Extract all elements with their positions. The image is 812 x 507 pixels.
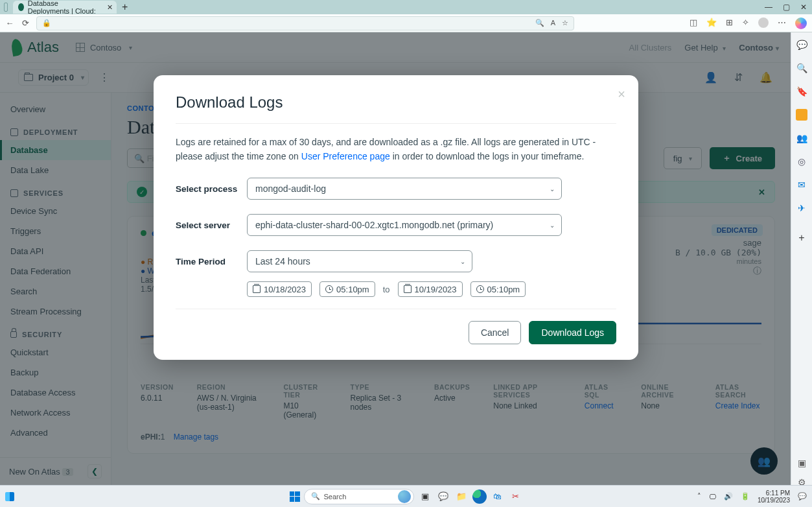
taskbar-widgets-icon[interactable] [5,492,14,501]
download-logs-button[interactable]: Download Logs [529,321,616,344]
select-period[interactable]: Last 24 hours ⌄ [247,250,472,272]
clock-icon [476,285,484,293]
modal-description: Logs are retained for a max of 30 days, … [176,136,616,163]
chevron-down-icon: ⌄ [460,258,465,265]
select-server[interactable]: ephi-data-cluster-shard-00-02.xgtc1.mong… [247,214,562,236]
browser-toolbar: ← ⟳ 🔒 🔍 A ☆ ◫ ⭐ ⊞ ✧ ⋯ [0,14,812,32]
snip-icon[interactable]: ✂ [509,489,523,504]
label-period: Time Period [176,257,247,266]
edge-shopping-icon[interactable]: 🔖 [796,86,807,97]
edge-search-icon[interactable]: 🔍 [796,62,807,74]
address-bar[interactable]: 🔒 🔍 A ☆ [36,16,574,30]
select-period-value: Last 24 hours [255,256,310,266]
task-view-icon[interactable]: ▣ [418,489,432,504]
tray-battery-icon[interactable]: 🔋 [741,492,750,501]
site-lock-icon: 🔒 [42,19,51,27]
profile-avatar-icon[interactable] [758,18,769,28]
window-minimize-icon[interactable]: — [765,3,772,12]
cancel-button[interactable]: Cancel [469,321,522,344]
reader-icon[interactable]: A [551,19,555,27]
chevron-down-icon: ⌄ [550,222,555,229]
more-icon[interactable]: ⋯ [778,18,786,29]
search-icon: 🔍 [311,492,320,501]
tab-favicon-icon [18,3,24,11]
tab-title: Database Deployments | Cloud: [28,0,101,15]
calendar-icon [253,285,261,293]
browser-tab-active[interactable]: Database Deployments | Cloud: ✕ [13,1,117,14]
tray-volume-icon[interactable]: 🔊 [724,492,733,501]
split-screen-icon[interactable]: ◫ [690,18,697,29]
tab-close-icon[interactable]: ✕ [107,3,113,12]
favorites-icon[interactable]: ⭐ [706,18,717,29]
tray-chevron-icon[interactable]: ˄ [697,492,701,501]
tab-actions-icon[interactable] [4,3,8,12]
edge-add-icon[interactable]: + [796,232,807,244]
select-process[interactable]: mongod-audit-log ⌄ [247,178,562,200]
window-controls: — ▢ ✕ [765,3,807,12]
to-time-input[interactable]: 05:10pm [470,281,526,297]
start-button[interactable] [290,491,300,502]
edge-icon[interactable] [472,489,487,504]
edge-tools-icon[interactable] [796,109,807,121]
collections-icon[interactable]: ⊞ [726,18,733,29]
explorer-icon[interactable]: 📁 [454,489,469,504]
app-viewport: Atlas Contoso ▾ All Clusters Get Help ▾ … [0,32,791,485]
favorite-icon[interactable]: ☆ [562,19,568,27]
modal-close-icon[interactable]: × [618,87,625,102]
select-process-value: mongod-audit-log [255,183,326,194]
store-icon[interactable]: 🛍 [491,489,505,504]
modal-title: Download Logs [176,93,616,112]
nav-back-icon[interactable]: ← [5,18,14,28]
clock-icon [325,285,333,293]
nav-refresh-icon[interactable]: ⟳ [21,18,30,28]
user-preference-link[interactable]: User Preference page [301,151,390,161]
search-highlight-icon [398,490,411,503]
window-maximize-icon[interactable]: ▢ [783,3,790,12]
label-server: Select server [176,220,247,230]
taskbar-clock[interactable]: 6:11 PM 10/19/2023 [758,489,790,504]
edge-sidebar: 💬 🔍 🔖 👥 ◎ ✉ ✈ + ▣ ⚙ [791,32,812,485]
calendar-icon [404,285,412,293]
zoom-icon[interactable]: 🔍 [535,19,544,27]
notifications-icon[interactable]: 💬 [798,492,807,501]
window-close-icon[interactable]: ✕ [800,3,807,12]
from-time-input[interactable]: 05:10pm [319,281,375,297]
chat-icon[interactable]: 💬 [436,489,450,504]
browser-tab-strip: Database Deployments | Cloud: ✕ + — ▢ ✕ [0,0,812,14]
tray-display-icon[interactable]: 🖵 [709,493,716,501]
datetime-range-row: 10/18/2023 05:10pm to 10/19/2023 05:10pm [247,281,616,297]
to-date-input[interactable]: 10/19/2023 [398,281,463,297]
edge-o365-icon[interactable]: ◎ [796,156,807,167]
taskbar-search-input[interactable]: 🔍 Search [304,489,414,504]
edge-chat-icon[interactable]: 💬 [796,39,807,51]
copilot-icon[interactable] [795,18,807,29]
edge-outlook-icon[interactable]: ✉ [796,179,807,191]
windows-taskbar: 🔍 Search ▣ 💬 📁 🛍 ✂ ˄ 🖵 🔊 🔋 6:11 PM 10/19… [0,485,812,507]
edge-panel-icon[interactable]: ▣ [796,458,807,468]
taskbar-search-placeholder: Search [324,493,347,501]
edge-people-icon[interactable]: 👥 [796,132,807,144]
to-label: to [383,285,390,294]
edge-send-icon[interactable]: ✈ [796,202,807,214]
chevron-down-icon: ⌄ [550,185,555,193]
new-tab-button[interactable]: + [122,1,128,13]
from-date-input[interactable]: 10/18/2023 [247,281,312,297]
label-process: Select process [176,184,247,194]
download-logs-modal: × Download Logs Logs are retained for a … [154,75,638,360]
extensions-icon[interactable]: ✧ [742,18,749,29]
select-server-value: ephi-data-cluster-shard-00-02.xgtc1.mong… [255,220,493,230]
